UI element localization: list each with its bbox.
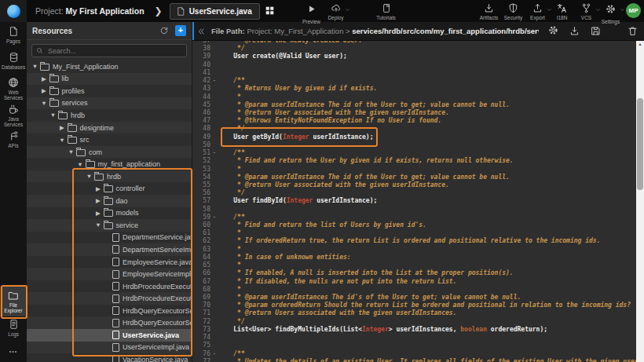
tree-item[interactable]: ▼service — [27, 219, 192, 232]
tutorials-button[interactable]: Tutorials — [374, 2, 398, 20]
code-line[interactable]: 66 * If enabled, A null is inserted into… — [192, 269, 636, 277]
tree-item[interactable]: ▶lib — [27, 73, 192, 86]
tree-item[interactable]: UserServiceImpl.java — [27, 342, 192, 354]
resource-search[interactable] — [31, 44, 187, 57]
code-line[interactable]: 60 * Find and return the list of Users b… — [192, 221, 636, 229]
collapse-panel-icon[interactable] — [197, 27, 205, 35]
tree-item[interactable]: EmployeeService.java — [27, 256, 192, 269]
tree-item[interactable]: HrdbProcedureExecutorSe — [27, 292, 192, 305]
code-line[interactable]: 64 * In case of unknown entities: — [192, 254, 636, 261]
export-button[interactable]: Export — [525, 2, 550, 24]
code-line[interactable]: 59- /** — [192, 214, 636, 221]
tree-item[interactable]: HrdbProcedureExecutorSe — [27, 280, 192, 293]
trash-icon[interactable] — [628, 26, 638, 36]
refresh-icon[interactable] — [159, 26, 169, 35]
code-line[interactable]: 61 * — [192, 229, 636, 237]
code-line[interactable]: 41 — [192, 69, 636, 77]
tree-item[interactable]: ▼services — [27, 97, 192, 110]
tree-item[interactable]: ▶dao — [27, 195, 192, 207]
tab-userservice-java[interactable]: UserService.java — [170, 3, 260, 20]
app-logo[interactable] — [0, 0, 27, 22]
code-line[interactable]: 48 */ — [192, 125, 636, 133]
scroll-up-arrow-icon[interactable]: ▲ — [636, 41, 644, 48]
code-line[interactable]: 40 — [192, 61, 636, 69]
i18n-button[interactable]: I18N — [550, 2, 574, 24]
code-line[interactable]: 76- /** — [192, 350, 636, 358]
code-line[interactable]: 69 * @param userIdInstances The id's of … — [192, 294, 636, 302]
file-settings-gear-icon[interactable] — [548, 24, 558, 38]
tree-item[interactable]: ▶profiles — [27, 85, 192, 97]
tree-item[interactable]: ▶designtime — [27, 122, 192, 134]
code-line[interactable]: 65 * — [192, 261, 636, 269]
code-line[interactable]: 49 User getById(Integer userIdInstance); — [192, 133, 636, 141]
code-line[interactable]: 71 * @return Users associated with the g… — [192, 309, 636, 317]
tree-toggle-icon[interactable]: ▼ — [48, 112, 58, 119]
settings-button[interactable]: Settings — [598, 2, 623, 24]
code-line[interactable]: 77 * Updates the details of an existing … — [192, 358, 636, 362]
panel-resize-handle[interactable] — [192, 22, 194, 40]
code-line[interactable]: 58 — [192, 206, 636, 214]
tree-item[interactable]: ▼hrdb — [27, 170, 192, 183]
artifacts-button[interactable]: Artifacts — [477, 2, 501, 24]
tree-item[interactable]: ▶models — [27, 207, 192, 220]
code-line[interactable]: 55 * @return User associated with the gi… — [192, 181, 636, 189]
code-line[interactable]: 38 */ — [192, 45, 636, 53]
fold-marker-icon[interactable]: - — [210, 77, 218, 85]
user-avatar[interactable]: MP — [626, 3, 641, 18]
tree-item[interactable]: ▼com — [27, 146, 192, 159]
save-icon[interactable] — [591, 26, 601, 36]
code-line[interactable]: 67 * If disabled, the nulls are not put … — [192, 278, 636, 286]
tree-toggle-icon[interactable]: ▶ — [93, 185, 104, 192]
code-line[interactable]: 73 List<User> findByMultipleIds(List<Int… — [192, 326, 636, 334]
grid-layout-icon[interactable] — [265, 4, 274, 18]
tree-toggle-icon[interactable]: ▶ — [39, 75, 49, 82]
vcs-button[interactable]: VCS — [574, 2, 598, 24]
chevron-right-icon[interactable]: ❯ — [155, 5, 163, 16]
security-button[interactable]: Security — [501, 2, 525, 24]
scrollbar-thumb[interactable] — [637, 98, 643, 190]
tree-item[interactable]: DepartmentService.java — [27, 232, 192, 244]
tree-toggle-icon[interactable]: ▼ — [84, 173, 94, 180]
sidebar-item-web-services[interactable]: Web Services — [0, 77, 27, 101]
more-options-button[interactable]: ••• — [0, 349, 27, 354]
sidebar-item-logs[interactable]: Logs — [0, 319, 27, 337]
code-line[interactable]: 52 * Find and return the User by given i… — [192, 157, 636, 165]
deploy-button[interactable]: Deploy — [324, 2, 348, 24]
code-line[interactable]: 62 * If orderedReturn true, the return L… — [192, 237, 636, 245]
tree-item[interactable]: ▼My_First_Application — [27, 60, 192, 73]
code-line[interactable]: 42- /** — [192, 77, 636, 85]
code-line[interactable]: 53 * — [192, 166, 636, 174]
tree-item[interactable]: EmployeeServiceImpl.java — [27, 268, 192, 280]
download-file-icon[interactable] — [569, 26, 580, 36]
tree-toggle-icon[interactable]: ▼ — [93, 221, 104, 229]
tree-toggle-icon[interactable]: ▼ — [75, 161, 86, 168]
tree-item[interactable]: DepartmentServiceImpl.jav — [27, 243, 192, 256]
tree-item[interactable]: ▶controller — [27, 182, 192, 195]
sidebar-item-pages[interactable]: Pages — [0, 26, 27, 44]
code-line[interactable]: 51- /** — [192, 149, 636, 157]
tree-toggle-icon[interactable]: ▼ — [66, 148, 76, 155]
tree-toggle-icon[interactable]: ▼ — [39, 100, 49, 107]
add-resource-button[interactable]: + — [175, 25, 186, 36]
tree-item[interactable]: ▼src — [27, 133, 192, 146]
code-line[interactable]: 44 * — [192, 93, 636, 101]
preview-button[interactable]: Preview — [299, 2, 324, 24]
code-line[interactable]: 39 User create(@Valid User user); — [192, 53, 636, 60]
code-line[interactable]: 45 * @param userIdInstance The id of the… — [192, 101, 636, 109]
code-line[interactable]: 74 — [192, 334, 636, 342]
code-line[interactable]: 70 * @param orderedReturn Should the ret… — [192, 302, 636, 309]
tree-toggle-icon[interactable]: ▶ — [57, 124, 68, 131]
code-line[interactable]: 50 — [192, 141, 636, 149]
sidebar-item-file-explorer[interactable]: File Explorer — [0, 287, 27, 316]
code-line[interactable]: 68 * — [192, 286, 636, 294]
tree-item[interactable]: HrdbQueryExecutorService — [27, 305, 192, 317]
fold-marker-icon[interactable]: - — [210, 149, 218, 157]
code-line[interactable]: 54 * @param userIdInstance The id of the… — [192, 174, 636, 181]
code-line[interactable]: 47 * @throws EntityNotFoundException If … — [192, 117, 636, 125]
code-line[interactable]: 43 * Returns User by given id if exists. — [192, 85, 636, 93]
fold-marker-icon[interactable]: - — [210, 214, 218, 221]
tree-item[interactable]: HrdbQueryExecutorService — [27, 316, 192, 329]
tree-toggle-icon[interactable]: ▶ — [93, 210, 104, 217]
code-pane[interactable]: 37 * @return the newly created User.38 *… — [192, 41, 636, 362]
code-line[interactable]: 63 * — [192, 246, 636, 254]
